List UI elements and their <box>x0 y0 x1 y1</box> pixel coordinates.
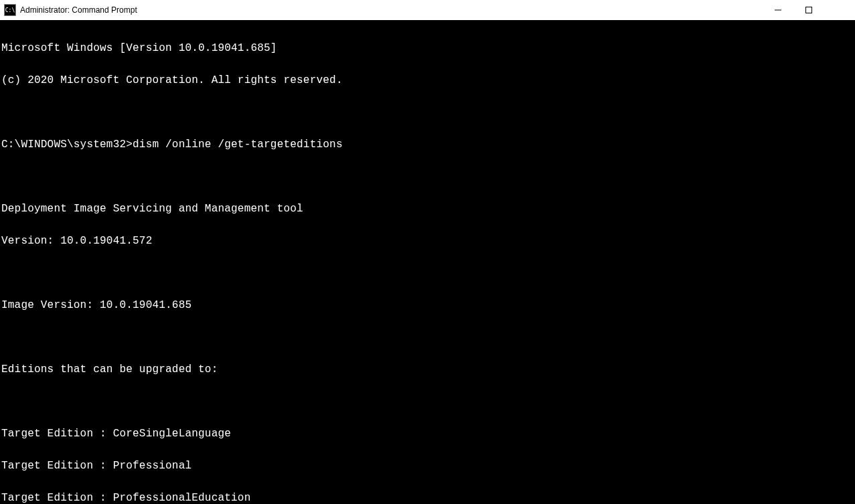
minimize-button[interactable] <box>763 0 793 20</box>
minimize-icon <box>775 7 781 13</box>
window-controls <box>763 0 855 20</box>
blank-line <box>1 394 854 410</box>
dism-tool-version: Version: 10.0.19041.572 <box>1 233 854 249</box>
blank-line <box>1 104 854 120</box>
editions-header: Editions that can be upgraded to: <box>1 361 854 377</box>
svg-rect-1 <box>806 7 812 13</box>
maximize-button[interactable] <box>793 0 824 20</box>
edition-line: Target Edition : Professional <box>1 458 854 474</box>
prompt-path: C:\WINDOWS\system32> <box>1 139 133 151</box>
prompt-line-1: C:\WINDOWS\system32>dism /online /get-ta… <box>1 137 854 153</box>
prompt-command: dism /online /get-targeteditions <box>133 139 343 151</box>
edition-line: Target Edition : ProfessionalEducation <box>1 490 854 504</box>
blank-line <box>1 265 854 281</box>
close-button[interactable] <box>824 0 855 20</box>
maximize-icon <box>805 7 812 13</box>
copyright-line: (c) 2020 Microsoft Corporation. All righ… <box>1 72 854 88</box>
edition-line: Target Edition : CoreSingleLanguage <box>1 426 854 442</box>
image-version: Image Version: 10.0.19041.685 <box>1 297 854 313</box>
titlebar[interactable]: C:\ Administrator: Command Prompt <box>0 0 855 20</box>
dism-tool-name: Deployment Image Servicing and Managemen… <box>1 201 854 217</box>
blank-line <box>1 169 854 185</box>
os-header-line: Microsoft Windows [Version 10.0.19041.68… <box>1 40 854 56</box>
blank-line <box>1 329 854 345</box>
window-title: Administrator: Command Prompt <box>20 5 137 15</box>
terminal-output[interactable]: Microsoft Windows [Version 10.0.19041.68… <box>0 20 855 504</box>
cmd-app-icon: C:\ <box>4 4 16 16</box>
command-prompt-window: C:\ Administrator: Command Prompt Micros… <box>0 0 855 504</box>
